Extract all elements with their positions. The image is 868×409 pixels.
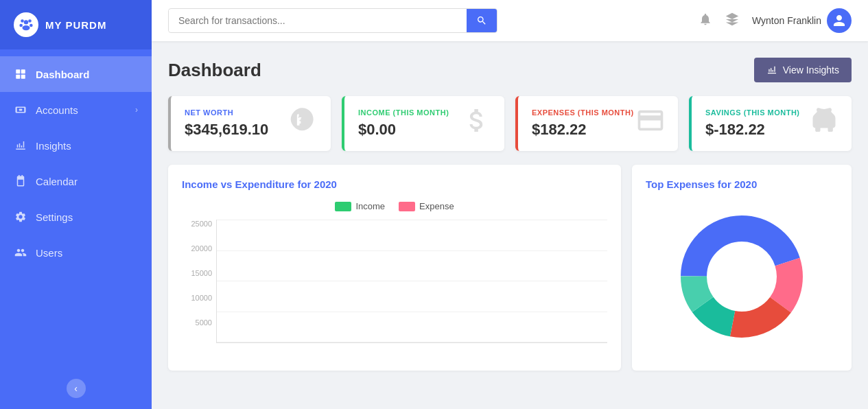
bar-groups [216,220,607,343]
svg-point-2 [28,19,32,23]
grid-line-5 [217,342,607,342]
page-title: Dashboard [168,60,261,81]
y-axis: 5000 10000 15000 20000 25000 [182,220,212,357]
svg-rect-7 [21,69,25,73]
stat-card-expenses: EXPENSES (THIS MONTH) $182.22 [515,96,678,151]
sidebar-item-insights[interactable]: Insights [0,128,152,163]
svg-point-4 [30,24,33,27]
view-insights-label: View Insights [783,65,839,75]
main-content: Wynton Franklin Dashboard View Insights [152,0,868,409]
sidebar-item-insights-label: Insights [36,140,71,152]
insights-icon [14,139,27,152]
header: Wynton Franklin [152,0,868,41]
svg-point-0 [24,20,28,24]
stat-card-income: INCOME (THIS MONTH) $0.00 [342,96,504,151]
users-icon [14,246,27,259]
grid-line-1 [217,220,607,220]
top-expenses-chart: Top Expenses for 2020 [632,165,852,371]
y-label-25000: 25000 [182,220,212,228]
stats-row: NET WORTH $345,619.10 INCOME (THIS MONTH… [168,96,852,151]
stat-card-net-worth: NET WORTH $345,619.10 [168,96,331,151]
top-expenses-title: Top Expenses for 2020 [646,178,838,190]
y-label-10000: 10000 [182,294,212,302]
savings-icon [809,106,839,142]
insights-btn-icon [766,65,777,75]
legend-expense-color [399,202,415,211]
dashboard-icon [14,67,27,81]
svg-point-1 [21,19,24,23]
y-label-5000: 5000 [182,318,212,327]
income-expenditure-title: Income vs Expenditure for 2020 [182,178,607,190]
sidebar-item-dashboard[interactable]: Dashboard [0,56,152,92]
sidebar-item-users[interactable]: Users [0,235,152,270]
svg-point-16 [707,242,776,311]
sidebar-nav: Dashboard Accounts › Insights [0,49,152,368]
sidebar-item-users-label: Users [36,247,62,259]
view-insights-button[interactable]: View Insights [754,58,852,82]
sidebar-item-accounts-label: Accounts [36,104,78,116]
grid-line-2 [217,250,607,251]
sidebar-item-accounts[interactable]: Accounts › [0,92,152,128]
svg-rect-10 [19,109,23,111]
user-avatar [827,8,852,33]
layers-icon[interactable] [725,12,740,30]
search-input[interactable] [169,10,467,32]
sidebar-collapse-area: ‹ [0,368,152,409]
svg-rect-6 [16,69,20,73]
donut-container [646,201,838,352]
svg-point-5 [23,25,30,30]
logo-container[interactable]: MY PURDM [0,0,152,49]
sidebar: MY PURDM Dashboard Account [0,0,152,409]
app-name: MY PURDM [45,19,106,31]
sidebar-item-settings-label: Settings [36,211,73,223]
expenses-icon [635,106,666,142]
accounts-chevron-icon: › [135,105,138,115]
income-icon [462,106,492,142]
accounts-icon [14,103,27,117]
header-icons: Wynton Franklin [699,8,852,33]
donut-chart [673,208,810,345]
grid-line-3 [217,281,607,281]
svg-point-3 [19,24,23,27]
search-container [168,8,497,33]
sidebar-item-calendar-label: Calendar [36,176,78,187]
dashboard-content: Dashboard View Insights NET WORTH $345,6… [152,41,868,409]
stat-card-savings: SAVINGS (THIS MONTH) $-182.22 [689,96,852,151]
grid-lines [217,220,607,342]
legend-income-label: Income [355,201,385,211]
content-header: Dashboard View Insights [168,58,852,82]
bar-chart: 5000 10000 15000 20000 25000 [182,220,607,357]
legend-expense-label: Expense [419,201,454,211]
y-label-15000: 15000 [182,269,212,277]
legend-income: Income [335,201,385,211]
sidebar-item-dashboard-label: Dashboard [36,69,89,80]
user-name: Wynton Franklin [752,15,821,26]
bar-chart-legend: Income Expense [182,201,607,211]
svg-rect-9 [21,75,25,79]
search-icon [476,15,487,26]
legend-income-color [335,202,351,211]
sidebar-item-settings[interactable]: Settings [0,199,152,235]
settings-icon [14,210,27,224]
notification-icon[interactable] [699,12,712,30]
legend-expense: Expense [399,201,454,211]
search-button[interactable] [467,9,497,32]
charts-row: Income vs Expenditure for 2020 Income Ex… [168,165,852,371]
collapse-icon: ‹ [74,383,78,394]
user-info[interactable]: Wynton Franklin [752,8,852,33]
income-expenditure-chart: Income vs Expenditure for 2020 Income Ex… [168,165,621,371]
net-worth-icon [288,106,318,142]
calendar-icon [14,174,27,188]
svg-rect-8 [16,75,20,79]
sidebar-item-calendar[interactable]: Calendar [0,163,152,199]
y-label-20000: 20000 [182,244,212,253]
sidebar-collapse-button[interactable]: ‹ [67,379,86,398]
grid-line-4 [217,312,607,312]
logo-icon [14,12,38,37]
